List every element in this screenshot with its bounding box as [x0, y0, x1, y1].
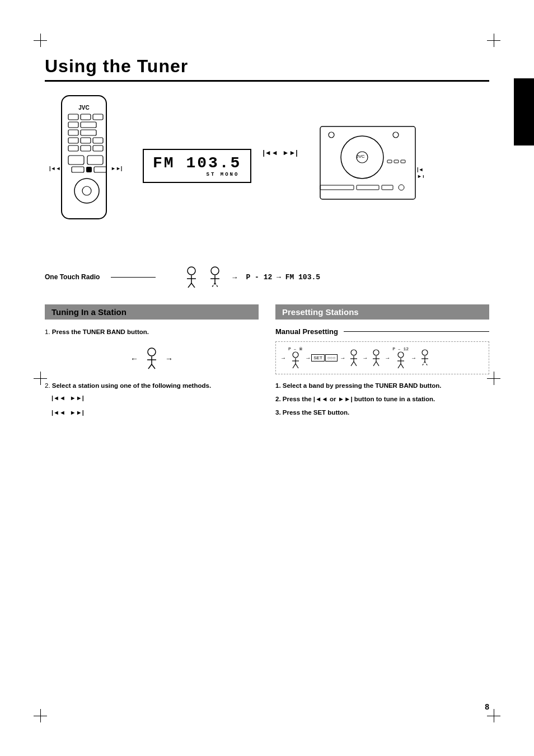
svg-text:|◄◄: |◄◄ [417, 167, 424, 172]
skip-right-label-2: ►►| [70, 409, 84, 416]
preset-step-text-3: 3. Press the SET button. [275, 408, 489, 417]
svg-rect-3 [81, 114, 91, 120]
svg-line-57 [293, 364, 296, 368]
fm-display: FM 103.5 ST MONO [143, 149, 251, 183]
step-2-num: 2. [45, 382, 52, 389]
svg-rect-35 [382, 185, 393, 190]
svg-rect-31 [394, 160, 399, 163]
page-title: Using the Tuner [45, 56, 489, 77]
svg-rect-33 [320, 185, 354, 190]
tuning-step-1: 1. Press the TUNER BAND button. [45, 327, 259, 336]
svg-line-47 [212, 283, 215, 288]
skip-left-label: |◄◄ [51, 395, 65, 401]
preset-step-text-1: 1. Select a band by pressing the TUNER B… [275, 381, 489, 390]
one-touch-arrow: → [231, 273, 238, 281]
one-touch-label: One Touch Radio [45, 273, 100, 281]
svg-point-49 [148, 348, 156, 356]
manual-presetting-label: Manual Presetting [275, 327, 338, 336]
set-button-box: SET [311, 354, 325, 361]
preset-figure-1 [289, 351, 302, 369]
svg-rect-30 [387, 160, 392, 163]
svg-rect-15 [68, 156, 84, 165]
svg-point-54 [293, 352, 298, 358]
svg-point-23 [82, 186, 91, 195]
skip-right-icon: ►►| [283, 149, 298, 157]
arrow-5: → [385, 355, 390, 361]
svg-text:►►|: ►►| [417, 173, 424, 179]
remote-control-illustration: JVC |◄◄ ►►| [45, 93, 132, 250]
fm-display-panel: FM 103.5 ST MONO [143, 149, 251, 185]
preset-figure-last [419, 349, 431, 367]
svg-text:►►|: ►►| [111, 166, 122, 171]
svg-line-72 [398, 364, 401, 368]
preset-step-2 [348, 349, 360, 367]
skip-buttons-label: |◄◄ ►►| [51, 395, 259, 401]
preset-step-final: P – 12 [392, 346, 409, 369]
preset-step-text-2: 2. Press the |◄◄ or ►►| button to tune i… [275, 395, 489, 403]
title-section: Using the Tuner [45, 56, 489, 82]
svg-point-22 [74, 179, 99, 203]
skip-buttons-label-2: |◄◄ ►►| [51, 409, 259, 416]
svg-line-68 [376, 361, 379, 366]
svg-rect-6 [81, 122, 96, 128]
stereo-device-illustration: JVC |◄◄ ►►| [315, 104, 424, 216]
skip-right-label: ►►| [70, 395, 84, 401]
tuning-figure-icon [144, 348, 160, 370]
arrow-4: → [362, 355, 368, 361]
crosshair-top-right [487, 34, 500, 47]
set-button-box-2: ○○○ [325, 354, 338, 361]
one-touch-result: P - 12 → FM 103.5 [246, 273, 320, 281]
arrow-2: → [305, 355, 311, 361]
tuning-section: Tuning In a Station 1. Press the TUNER B… [45, 304, 259, 421]
manual-presetting-header: Manual Presetting [275, 327, 489, 336]
presetting-header: Presetting Stations [275, 304, 489, 320]
arrow-3: → [340, 355, 345, 361]
frequency-display: FM 103.5 [153, 154, 241, 172]
svg-line-67 [373, 361, 376, 366]
svg-rect-8 [81, 130, 96, 135]
skip-left-label-2: |◄◄ [51, 409, 65, 416]
one-touch-line [111, 277, 156, 278]
presetting-diagram: → P – ※ → SET ○○○ [275, 341, 489, 374]
preset-figure-final [395, 351, 407, 369]
svg-rect-10 [81, 138, 91, 143]
svg-rect-19 [72, 167, 84, 172]
svg-line-53 [152, 364, 155, 369]
chapter-tab [514, 78, 534, 145]
svg-line-58 [296, 364, 298, 368]
svg-point-29 [393, 132, 399, 138]
svg-point-59 [351, 350, 357, 355]
left-arrow-icon: ← [130, 354, 138, 363]
svg-line-48 [215, 283, 218, 288]
tuning-header: Tuning In a Station [45, 304, 259, 320]
svg-point-64 [373, 350, 379, 355]
svg-rect-2 [68, 114, 78, 120]
svg-rect-11 [93, 138, 103, 143]
main-content: Using the Tuner JVC | [45, 56, 489, 711]
svg-point-74 [422, 350, 428, 355]
figure-2-icon [207, 266, 223, 288]
svg-text:JVC: JVC [356, 154, 364, 159]
svg-line-63 [354, 361, 357, 366]
step-1-num: 1. [45, 328, 52, 335]
diagram-area: JVC |◄◄ ►►| [45, 93, 489, 250]
svg-line-43 [191, 283, 195, 288]
st-mono-label: ST MONO [153, 172, 241, 177]
svg-text:|◄◄: |◄◄ [49, 166, 60, 171]
svg-line-73 [401, 364, 404, 368]
preset-step-1: P – ※ [288, 346, 303, 369]
svg-point-36 [399, 185, 404, 190]
svg-rect-14 [93, 145, 103, 151]
svg-line-62 [351, 361, 354, 366]
preset-last-figure [419, 349, 431, 367]
svg-rect-20 [86, 167, 92, 172]
preset-figure-2 [348, 349, 360, 367]
svg-text:JVC: JVC [78, 105, 89, 111]
one-touch-section: One Touch Radio → P - 12 → FM 1 [45, 266, 489, 288]
svg-rect-34 [357, 185, 379, 190]
svg-rect-13 [81, 145, 91, 151]
svg-point-28 [329, 132, 334, 138]
svg-rect-16 [87, 156, 103, 165]
arrow-start: → [280, 355, 286, 361]
right-arrow-icon: → [165, 354, 173, 363]
